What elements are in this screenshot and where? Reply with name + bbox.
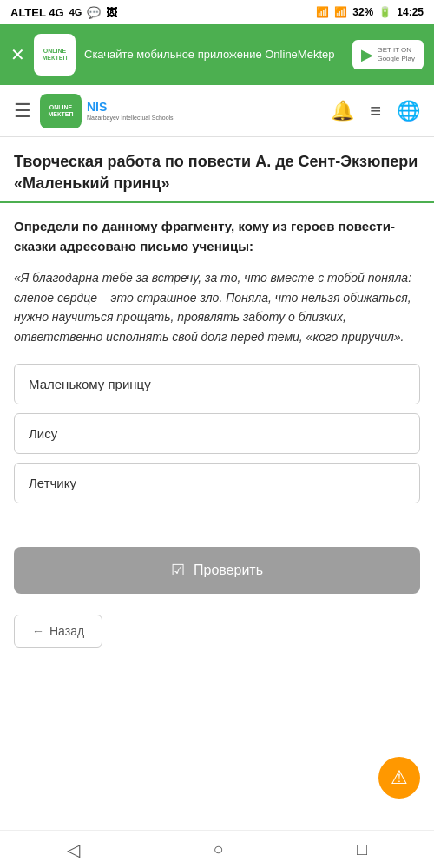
time-label: 14:25 [397,6,424,18]
wifi-icon: 📶 [316,6,329,18]
battery-label: 32% [352,6,373,18]
google-play-pretext: GET IT ON [377,46,415,55]
carrier-label: ALTEL 4G [10,6,64,19]
bell-icon[interactable]: 🔔 [331,100,354,122]
nav-logo-line1: ONLINE [49,104,72,110]
google-play-icon: ▶ [361,45,373,64]
android-back-button[interactable]: ◁ [67,839,80,860]
4g-icon: 4G [69,7,82,17]
list-icon[interactable]: ≡ [370,100,381,122]
answer-option-1[interactable]: Маленькому принцу [14,364,420,404]
warning-fab-button[interactable]: ⚠ [378,757,420,799]
android-recents-button[interactable]: □ [357,839,367,859]
banner-logo-line2: МЕКТЕП [43,55,68,61]
whatsapp-icon: 💬 [87,6,101,19]
page-title: Творческая работа по повести А. де Сент-… [14,151,420,194]
content-area: Определи по данному фрагменту, кому из г… [0,203,434,526]
quote-text: «Я благодарна тебе за встречу, за то, чт… [14,268,420,346]
google-play-button[interactable]: ▶ GET IT ON Google Play [352,40,424,69]
page-header: Творческая работа по повести А. де Сент-… [0,137,434,203]
banner-logo-line1: ONLINE [43,48,66,54]
warning-icon: ⚠ [391,766,408,789]
back-button[interactable]: ← Назад [14,615,102,648]
status-bar: ALTEL 4G 4G 💬 🖼 📶 📶 32% 🔋 14:25 [0,0,434,24]
battery-icon: 🔋 [378,6,391,18]
globe-icon[interactable]: 🌐 [397,100,420,122]
android-nav-bar: ◁ ○ □ [0,830,434,868]
check-button-container: ☑ Проверить [0,533,434,608]
check-button-label: Проверить [194,562,263,578]
app-download-banner: ✕ ONLINE МЕКТЕП Скачайте мобильное прило… [0,24,434,85]
nav-icons: 🔔 ≡ 🌐 [331,100,420,122]
back-icon: ← [32,624,44,638]
online-mektep-logo: ONLINE МЕКТЕП [40,94,82,128]
banner-text: Скачайте мобильное приложение OnlineMekt… [84,47,344,62]
signal-icon: 📶 [334,6,347,18]
android-home-button[interactable]: ○ [213,839,223,859]
answer-options: Маленькому принцу Лису Летчику [14,364,420,503]
menu-icon[interactable]: ☰ [14,100,31,122]
banner-close-button[interactable]: ✕ [10,44,25,65]
nis-sub: Nazarbayev Intellectual Schools [87,115,174,122]
banner-logo: ONLINE МЕКТЕП [34,34,76,76]
check-icon: ☑ [171,561,185,580]
google-play-label: Google Play [377,55,415,63]
answer-option-3[interactable]: Летчику [14,463,420,503]
notification-icon: 🖼 [106,6,117,19]
nis-label: NIS [87,100,174,115]
check-button[interactable]: ☑ Проверить [14,547,420,594]
nav-bar: ☰ ONLINE МЕКТЕП NIS Nazarbayev Intellect… [0,85,434,137]
nav-logo-line2: МЕКТЕП [49,111,74,117]
answer-option-2[interactable]: Лису [14,413,420,454]
bottom-area: ← Назад [0,608,434,654]
question-text: Определи по данному фрагменту, кому из г… [14,217,420,256]
nis-logo: NIS Nazarbayev Intellectual Schools [87,100,174,122]
back-label: Назад [49,624,84,638]
nav-logos: ONLINE МЕКТЕП NIS Nazarbayev Intellectua… [40,94,322,128]
